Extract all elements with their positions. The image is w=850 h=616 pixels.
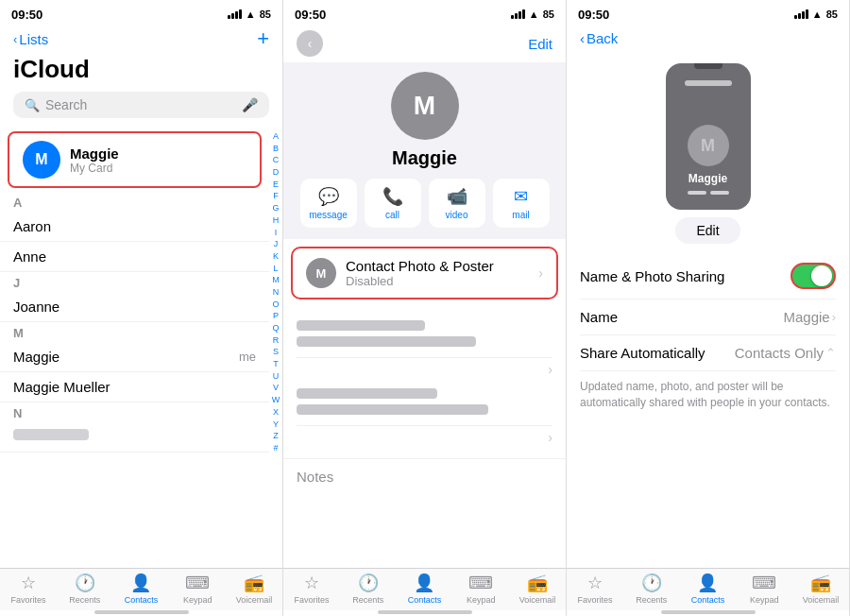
mail-button[interactable]: ✉ mail <box>493 179 550 228</box>
signal-icon-3 <box>794 9 808 19</box>
chevron-right-icon: › <box>548 430 552 445</box>
toggle-knob <box>811 265 832 286</box>
recents-icon: 🕐 <box>641 573 662 593</box>
edit-row: Edit <box>567 217 849 244</box>
list-item[interactable]: Joanne <box>0 292 269 322</box>
message-button[interactable]: 💬 message <box>300 179 357 228</box>
tab-label: Voicemail <box>236 595 273 605</box>
tab-label: Contacts <box>691 595 725 605</box>
contact-photo-poster-row[interactable]: M Contact Photo & Poster Disabled › <box>291 247 558 299</box>
panel-contact-detail: 09:50 ▲ 85 ‹ Edit M Maggie 💬 message <box>283 0 567 616</box>
tab-favorites-3[interactable]: ☆ Favorites <box>567 573 623 605</box>
tab-voicemail-2[interactable]: 📻 Voicemail <box>509 573 566 605</box>
contact-name: Aaron <box>13 218 51 234</box>
name-row[interactable]: Name Maggie › <box>580 299 836 335</box>
list-item[interactable]: Maggie Mueller <box>0 372 269 402</box>
tab-keypad-3[interactable]: ⌨ Keypad <box>736 573 792 605</box>
action-label: message <box>309 210 348 220</box>
mockup-avatar: M <box>688 125 729 166</box>
tab-voicemail-1[interactable]: 📻 Voicemail <box>226 573 282 605</box>
tab-contacts-3[interactable]: 👤 Contacts <box>680 573 737 605</box>
back-button-3[interactable]: ‹ Back <box>580 30 618 46</box>
tab-recents-2[interactable]: 🕐 Recents <box>340 573 397 605</box>
edit-button[interactable]: Edit <box>528 36 552 52</box>
tab-label: Contacts <box>125 595 159 605</box>
tab-keypad-1[interactable]: ⌨ Keypad <box>169 573 226 605</box>
chevron-down-icon: ⌃ <box>825 346 836 360</box>
add-contact-button[interactable]: + <box>257 28 269 49</box>
tab-label: Keypad <box>183 595 212 605</box>
tab-voicemail-3[interactable]: 📻 Voicemail <box>792 573 849 605</box>
list-item[interactable]: Aaron <box>0 212 269 242</box>
wifi-icon-2: ▲ <box>529 9 539 20</box>
call-button[interactable]: 📞 call <box>365 179 421 228</box>
wifi-icon-3: ▲ <box>812 9 823 20</box>
favorites-icon: ☆ <box>21 573 36 593</box>
sharing-row-label: Name & Photo Sharing <box>580 268 724 284</box>
photo-poster-subtitle: Disabled <box>346 274 529 288</box>
lists-link-label: Lists <box>19 31 48 47</box>
photo-poster-avatar: M <box>306 258 336 288</box>
search-bar[interactable]: 🔍 Search 🎤 <box>13 92 269 118</box>
list-item[interactable]: Anne <box>0 242 269 272</box>
action-label: mail <box>512 210 529 220</box>
tab-recents-1[interactable]: 🕐 Recents <box>57 573 113 605</box>
mockup-action-bars <box>688 191 729 195</box>
tab-label: Favorites <box>10 595 45 605</box>
chevron-right-icon: › <box>538 265 543 281</box>
edit-oval-button[interactable]: Edit <box>675 217 740 244</box>
name-value: Maggie <box>783 309 829 325</box>
share-automatically-row[interactable]: Share Automatically Contacts Only ⌃ <box>580 335 836 371</box>
name-photo-sharing-row: Name & Photo Sharing <box>580 253 836 299</box>
notes-label: Notes <box>297 469 333 485</box>
section-letter-m: M <box>0 322 269 342</box>
hero-avatar: M <box>391 72 459 140</box>
keypad-icon: ⌨ <box>752 573 776 593</box>
tab-label: Recents <box>69 595 100 605</box>
tab-bar-1: ☆ Favorites 🕐 Recents 👤 Contacts ⌨ Keypa… <box>0 568 282 610</box>
message-icon: 💬 <box>318 186 339 207</box>
list-item[interactable] <box>0 422 269 453</box>
tab-contacts-2[interactable]: 👤 Contacts <box>397 573 453 605</box>
recents-icon: 🕐 <box>75 573 95 593</box>
chevron-right-icon: › <box>548 362 552 377</box>
tab-favorites-2[interactable]: ☆ Favorites <box>283 573 340 605</box>
status-bar-1: 09:50 ▲ 85 <box>0 0 282 26</box>
contacts-nav: ‹ Lists + <box>13 28 269 49</box>
share-automatically-label: Share Automatically <box>580 345 706 361</box>
mockup-notch <box>694 63 722 69</box>
signal-icon-1 <box>228 9 242 19</box>
search-icon: 🔍 <box>25 98 40 112</box>
list-item[interactable]: Maggie me <box>0 342 269 372</box>
name-row-label: Name <box>580 309 618 325</box>
alphabet-sidebar[interactable]: A B C D E F G H I J K L M N O P Q R S T … <box>269 128 282 568</box>
battery-label-2: 85 <box>543 9 554 20</box>
name-row-value: Maggie › <box>783 309 836 325</box>
name-photo-sharing-toggle[interactable] <box>790 263 836 289</box>
my-card-info: Maggie My Card <box>70 145 119 175</box>
contacts-icon: 👤 <box>697 573 718 593</box>
my-card-label: My Card <box>70 162 119 175</box>
action-label: call <box>385 210 400 220</box>
tab-contacts-1[interactable]: 👤 Contacts <box>113 573 170 605</box>
tab-keypad-2[interactable]: ⌨ Keypad <box>452 573 509 605</box>
video-button[interactable]: 📹 video <box>429 179 485 228</box>
contact-detail-section: M Contact Photo & Poster Disabled › › › <box>283 239 566 568</box>
action-buttons: 💬 message 📞 call 📹 video ✉ mail <box>300 179 550 228</box>
mockup-bar <box>685 80 732 86</box>
tab-recents-3[interactable]: 🕐 Recents <box>623 573 680 605</box>
icloud-title: iCloud <box>13 55 269 84</box>
voicemail-icon: 📻 <box>527 573 548 593</box>
tab-favorites-1[interactable]: ☆ Favorites <box>0 573 57 605</box>
status-icons-1: ▲ 85 <box>228 9 271 20</box>
status-icons-3: ▲ 85 <box>794 9 838 20</box>
status-time-1: 09:50 <box>11 8 42 22</box>
notes-row[interactable]: Notes <box>283 458 566 494</box>
contacts-scroll-area: M Maggie My Card A Aaron Anne J Joanne <box>0 128 282 568</box>
my-card-row[interactable]: M Maggie My Card <box>8 131 262 188</box>
section-letter-j: J <box>0 272 269 292</box>
tab-label: Voicemail <box>803 595 840 605</box>
back-button-2[interactable]: ‹ <box>297 30 323 57</box>
tab-label: Keypad <box>467 595 496 605</box>
lists-back-button[interactable]: ‹ Lists <box>13 31 48 47</box>
